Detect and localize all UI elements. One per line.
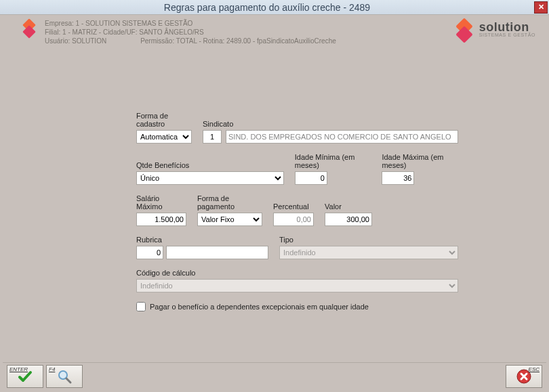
label-qtde-beneficios: Qtde Benefícios — [136, 161, 284, 169]
label-codigo-calculo: Código de cálculo — [136, 269, 458, 277]
rubrica-cod-input[interactable] — [136, 246, 163, 259]
header-empresa: Empresa: 1 - SOLUTION SISTEMAS E GESTÃO — [45, 19, 453, 28]
salario-max-input[interactable] — [136, 213, 186, 226]
header-filial: Filial: 1 - MATRIZ - Cidade/UF: SANTO ÂN… — [45, 28, 453, 37]
brand-subtitle: SISTEMAS E GESTÃO — [479, 30, 535, 39]
header: Empresa: 1 - SOLUTION SISTEMAS E GESTÃO … — [0, 15, 549, 48]
label-valor: Valor — [325, 202, 372, 211]
search-button[interactable]: F4 — [46, 365, 83, 388]
cancel-button[interactable]: ESC — [506, 365, 542, 388]
percentual-input — [273, 213, 314, 226]
brand-icon — [453, 20, 475, 42]
magnifier-icon — [56, 368, 73, 385]
close-icon: ✕ — [538, 3, 544, 12]
window-title: Regras para pagamento do auxílio creche … — [0, 2, 534, 13]
qtde-beneficios-select[interactable]: Único — [136, 171, 284, 185]
label-sindicato: Sindicato — [203, 120, 458, 128]
footer-toolbar: ENTER F4 ESC — [3, 362, 546, 389]
label-tipo: Tipo — [279, 236, 458, 244]
label-idade-min: Idade Mínima (em meses) — [295, 153, 371, 169]
f4-hint: F4 — [49, 366, 55, 372]
enter-hint: ENTER — [9, 366, 28, 372]
close-button[interactable]: ✕ — [534, 1, 548, 14]
label-rubrica: Rubrica — [136, 236, 268, 244]
header-usuario: Usuário: SOLUTION — [45, 37, 106, 45]
label-pagar-excepcionais: Pagar o benefício a dependentes excepcio… — [150, 303, 369, 311]
app-logo-small — [20, 20, 38, 38]
form-canvas: Forma de cadastro Automatica Sindicato Q… — [4, 47, 545, 358]
forma-cadastro-select[interactable]: Automatica — [136, 130, 192, 144]
esc-hint: ESC — [529, 366, 540, 372]
header-info: Empresa: 1 - SOLUTION SISTEMAS E GESTÃO … — [45, 19, 453, 45]
pagar-excepcionais-checkbox[interactable] — [136, 302, 146, 311]
label-percentual: Percentual — [273, 202, 314, 211]
sindicato-nome-input — [226, 130, 458, 144]
valor-input[interactable] — [325, 213, 372, 226]
label-forma-cadastro: Forma de cadastro — [136, 112, 192, 128]
label-forma-pagamento: Forma de pagamento — [197, 194, 262, 211]
svg-line-1 — [66, 378, 70, 383]
form-area: Forma de cadastro Automatica Sindicato Q… — [136, 112, 458, 311]
sindicato-cod-input[interactable] — [203, 130, 222, 144]
idade-max-input[interactable] — [382, 171, 414, 185]
idade-min-input[interactable] — [295, 171, 327, 185]
rubrica-nome-input[interactable] — [166, 246, 268, 259]
tipo-select: Indefinido — [279, 246, 458, 259]
brand-logo: solution SISTEMAS E GESTÃO — [453, 20, 535, 42]
forma-pagamento-select[interactable]: Valor Fixo — [197, 213, 262, 226]
label-salario-max: Salário Máximo — [136, 194, 186, 211]
header-permissao: Permissão: TOTAL - Rotina: 2489.00 - fpa… — [140, 37, 336, 45]
confirm-button[interactable]: ENTER — [7, 365, 43, 388]
titlebar: Regras para pagamento do auxílio creche … — [0, 0, 549, 15]
label-idade-max: Idade Máxima (em meses) — [382, 153, 458, 169]
codigo-calculo-select: Indefinido — [136, 279, 458, 292]
